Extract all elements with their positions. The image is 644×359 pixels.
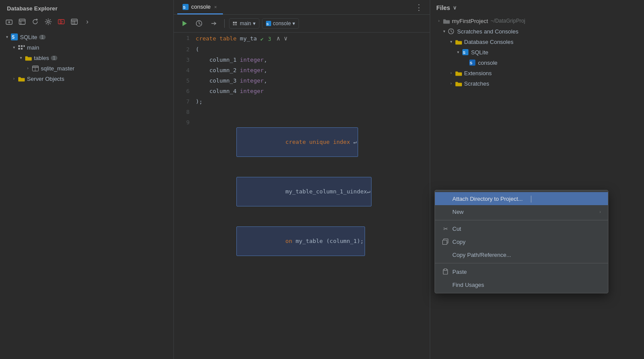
tree-item-sqlite-master[interactable]: › sqlite_master [0, 63, 173, 73]
files-panel: Files ∨ › myFirstProject ~/DataGripProj … [430, 0, 644, 359]
files-item-scratches-consoles[interactable]: ▾ Scratches and Consoles [430, 26, 644, 37]
svg-text:S: S [470, 61, 472, 65]
code-editor[interactable]: 1 create table my_ta✔ 3 ∧ ∨ 2 ( 3 column… [174, 33, 430, 359]
menu-item-paste[interactable]: Paste [435, 265, 608, 278]
paste-icon [442, 268, 449, 275]
show-schemas-button[interactable] [17, 17, 27, 27]
refresh-button[interactable] [30, 17, 40, 27]
run-button[interactable] [178, 17, 190, 30]
menu-item-copy-path[interactable]: Copy Path/Reference... [435, 248, 608, 261]
tables-badge: 1 [51, 56, 58, 60]
code-line-8: 8 [175, 107, 429, 117]
sqlite-node-label: SQLite [471, 49, 488, 56]
line-number-5: 5 [175, 76, 195, 86]
extensions-label: Extensions [464, 70, 492, 76]
console-node-label: console [478, 60, 498, 66]
code-lines: 1 create table my_ta✔ 3 ∧ ∨ 2 ( 3 column… [174, 33, 430, 266]
svg-rect-32 [443, 240, 447, 245]
jump-to-query-button[interactable] [56, 17, 66, 27]
svg-rect-34 [444, 269, 447, 271]
scratches-chevron-icon: › [448, 80, 455, 87]
project-root-chevron-icon: › [435, 17, 442, 24]
code-line-4: 4 column_2 integer, [175, 66, 429, 75]
code-line-5: 5 column_3 integer, [175, 76, 429, 86]
attach-dir-icon [442, 195, 449, 202]
menu-separator-1 [435, 220, 608, 220]
sqlite-node-icon: S [461, 48, 469, 56]
menu-item-copy[interactable]: Copy [435, 235, 608, 248]
copy-path-label: Copy Path/Reference... [452, 252, 511, 258]
menu-item-new[interactable]: New › [435, 205, 608, 218]
svg-rect-4 [71, 19, 77, 24]
svg-text:S: S [266, 22, 269, 26]
extensions-chevron-icon: › [448, 70, 455, 76]
svg-rect-10 [21, 48, 23, 50]
svg-rect-9 [21, 45, 23, 47]
extensions-folder-icon [455, 69, 462, 77]
cut-label: Cut [452, 226, 461, 232]
scratches-folder-icon [455, 80, 462, 87]
sqlite-node-chevron-icon: ▾ [455, 49, 461, 56]
main-context-icon [233, 21, 238, 26]
line-number-8: 8 [175, 107, 195, 117]
scratches-label: Scratches [464, 80, 489, 87]
menu-item-find-usages[interactable]: Find Usages [435, 278, 608, 291]
console-context-dropdown[interactable]: S console ▾ [262, 18, 299, 29]
svg-rect-13 [32, 66, 38, 67]
svg-rect-7 [18, 45, 20, 47]
tree-item-tables[interactable]: ▾ tables 1 [0, 53, 173, 63]
svg-rect-20 [233, 22, 235, 23]
files-item-extensions[interactable]: › Extensions [430, 68, 644, 78]
line-number-2: 2 [175, 45, 195, 54]
files-item-db-consoles[interactable]: ▾ Database Consoles [430, 37, 644, 47]
tree-item-sqlite[interactable]: ▾ S SQLite 1 [0, 32, 173, 42]
scratches-consoles-icon [448, 27, 455, 35]
server-objects-label: Server Objects [27, 76, 64, 82]
files-item-sqlite-node[interactable]: ▾ S SQLite [430, 47, 644, 57]
editor-panel: S console × ⋮ [174, 0, 430, 359]
main-context-dropdown[interactable]: main ▾ [229, 18, 259, 29]
scratches-consoles-chevron-icon: ▾ [441, 28, 448, 35]
add-datasource-button[interactable] [4, 17, 14, 27]
settings-button[interactable] [43, 17, 53, 27]
project-folder-icon [442, 17, 450, 25]
files-item-scratches[interactable]: › Scratches [430, 78, 644, 89]
database-tree: ▾ S SQLite 1 ▾ [0, 30, 173, 359]
svg-text:S: S [12, 35, 15, 40]
show-table-button[interactable] [70, 17, 79, 27]
step-button[interactable] [208, 17, 220, 30]
project-root-path: ~/DataGripProj [491, 18, 525, 24]
schema-icon [17, 43, 25, 51]
console-node-spacer [461, 59, 468, 66]
line-content-4: column_2 integer, [196, 66, 429, 75]
editor-toolbar: main ▾ S console ▾ [174, 15, 430, 33]
svg-rect-1 [19, 19, 25, 24]
files-item-console-node[interactable]: S console [430, 57, 644, 68]
line-number-9c [175, 217, 195, 266]
svg-point-2 [47, 21, 50, 23]
tree-item-main[interactable]: ▾ main [0, 42, 173, 53]
copy-path-icon [442, 251, 449, 258]
new-icon [442, 208, 449, 215]
new-label: New [452, 209, 464, 215]
cut-icon: ✂ [442, 225, 449, 232]
menu-item-cut[interactable]: ✂ Cut [435, 222, 608, 235]
copy-icon [442, 238, 449, 245]
line-number-3: 3 [175, 55, 195, 65]
find-usages-icon [442, 281, 449, 288]
line-content-6: column_4 integer [196, 86, 429, 96]
more-button[interactable]: › [83, 17, 92, 27]
history-button[interactable] [193, 17, 205, 30]
console-tab[interactable]: S console × [177, 0, 223, 14]
more-tabs-button[interactable]: ⋮ [412, 1, 426, 14]
paste-label: Paste [452, 269, 467, 275]
new-arrow-icon: › [599, 209, 601, 214]
svg-text:S: S [183, 5, 186, 10]
line-content-9: create unique index ↵ [196, 118, 429, 166]
tree-item-server-objects[interactable]: › Server Objects [0, 73, 173, 84]
files-item-project-root[interactable]: › myFirstProject ~/DataGripProj [430, 16, 644, 26]
main-label: main [27, 44, 39, 51]
menu-item-attach-dir[interactable]: Attach Directory to Project... │ [435, 192, 608, 205]
line-number-9b [175, 167, 195, 216]
console-tab-close[interactable]: × [213, 4, 218, 10]
